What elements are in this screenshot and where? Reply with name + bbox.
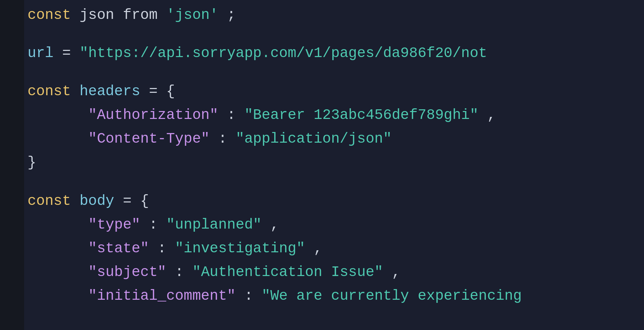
indent-5 (28, 264, 79, 280)
var-headers: headers (79, 83, 140, 100)
spacer-2 (28, 65, 644, 80)
equals: = (62, 45, 79, 62)
indent-3 (28, 217, 79, 233)
comma-3: , (314, 240, 322, 257)
string-url: "https://api.sorryapp.com/v1/pages/da986… (79, 45, 487, 62)
code-line-type: "type" : "unplanned" , (28, 213, 644, 237)
key-subject: "subject" (88, 264, 166, 280)
var-body: body (79, 193, 114, 209)
key-auth: "Authorization" (88, 107, 218, 123)
val-content-type: "application/json" (236, 131, 392, 147)
keyword-from: from (123, 7, 158, 23)
colon-6: : (244, 288, 261, 304)
code-block: const json from 'json' ; url = "https://… (28, 0, 644, 308)
colon-1: : (227, 107, 244, 123)
close-brace-headers: } (28, 154, 36, 171)
code-line-import: const json from 'json' ; (28, 3, 644, 27)
assign-open-2: = { (123, 193, 149, 209)
colon-3: : (149, 217, 166, 233)
comma-1: , (487, 107, 496, 123)
comma-4: , (392, 264, 400, 280)
code-line-body-open: const body = { (28, 189, 644, 213)
key-initial-comment: "initial_comment" (88, 288, 235, 304)
val-auth: "Bearer 123abc456def789ghi" (244, 107, 479, 123)
code-line-headers-close: } (28, 151, 644, 175)
code-line-auth: "Authorization" : "Bearer 123abc456def78… (28, 103, 644, 127)
key-state: "state" (88, 240, 149, 257)
indent-4 (28, 240, 79, 257)
keyword-const-2: const (28, 83, 71, 100)
keyword-const: const (28, 7, 71, 23)
gutter (0, 0, 24, 330)
val-type: "unplanned" (166, 217, 261, 233)
string-json: 'json' (166, 7, 218, 23)
indent-6 (28, 288, 79, 304)
colon-4: : (158, 240, 175, 257)
indent-1 (28, 107, 79, 123)
var-url: url (28, 45, 54, 62)
code-line-url: url = "https://api.sorryapp.com/v1/pages… (28, 42, 644, 65)
assign-open: = { (149, 83, 175, 100)
key-type: "type" (88, 217, 140, 233)
val-initial-comment: "We are currently experiencing (262, 288, 522, 304)
spacer-1 (28, 27, 644, 42)
val-state: "investigating" (175, 240, 305, 257)
code-line-state: "state" : "investigating" , (28, 237, 644, 261)
val-subject: "Authentication Issue" (192, 264, 383, 280)
var-name-json: json (79, 7, 123, 23)
code-line-content-type: "Content-Type" : "application/json" (28, 127, 644, 151)
code-line-subject: "subject" : "Authentication Issue" , (28, 261, 644, 284)
keyword-const-3: const (28, 193, 71, 209)
spacer-3 (28, 175, 644, 189)
colon-2: : (218, 131, 236, 147)
colon-5: : (175, 264, 192, 280)
key-content-type: "Content-Type" (88, 131, 210, 147)
semicolon: ; (227, 7, 236, 23)
code-line-headers-open: const headers = { (28, 80, 644, 103)
code-line-initial-comment: "initial_comment" : "We are currently ex… (28, 284, 644, 308)
code-editor: const json from 'json' ; url = "https://… (0, 0, 644, 330)
comma-2: , (270, 217, 279, 233)
indent-2 (28, 131, 79, 147)
